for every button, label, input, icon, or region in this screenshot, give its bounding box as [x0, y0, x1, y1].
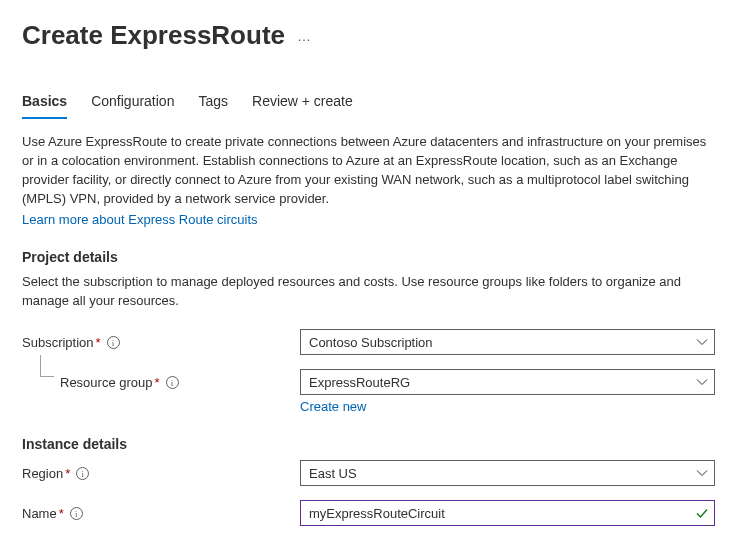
tab-basics[interactable]: Basics — [22, 87, 67, 119]
indent-connector — [40, 355, 54, 377]
required-star: * — [96, 335, 101, 350]
more-actions-button[interactable]: … — [297, 28, 312, 44]
name-label: Name — [22, 506, 57, 521]
tab-tags[interactable]: Tags — [198, 87, 228, 119]
page-title: Create ExpressRoute — [22, 20, 285, 51]
subscription-label: Subscription — [22, 335, 94, 350]
project-details-section: Project details Select the subscription … — [22, 249, 715, 414]
region-value: East US — [309, 466, 357, 481]
resource-group-select[interactable]: ExpressRouteRG — [300, 369, 715, 395]
learn-more-link[interactable]: Learn more about Express Route circuits — [22, 212, 258, 227]
resource-group-label: Resource group — [60, 375, 153, 390]
subscription-row: Subscription * i Contoso Subscription — [22, 329, 715, 355]
name-row: Name * i — [22, 500, 715, 526]
chevron-down-icon — [696, 376, 708, 388]
subscription-value: Contoso Subscription — [309, 335, 433, 350]
resource-group-row: Resource group * i ExpressRouteRG Create… — [22, 369, 715, 414]
region-row: Region * i East US — [22, 460, 715, 486]
required-star: * — [155, 375, 160, 390]
tab-configuration[interactable]: Configuration — [91, 87, 174, 119]
project-details-title: Project details — [22, 249, 715, 265]
info-icon[interactable]: i — [166, 376, 179, 389]
required-star: * — [59, 506, 64, 521]
region-label: Region — [22, 466, 63, 481]
required-star: * — [65, 466, 70, 481]
subscription-select[interactable]: Contoso Subscription — [300, 329, 715, 355]
info-icon[interactable]: i — [107, 336, 120, 349]
page-description: Use Azure ExpressRoute to create private… — [22, 133, 715, 208]
check-icon — [695, 506, 709, 520]
instance-details-section: Instance details Region * i East US Name… — [22, 436, 715, 526]
create-new-link[interactable]: Create new — [300, 399, 366, 414]
info-icon[interactable]: i — [76, 467, 89, 480]
resource-group-value: ExpressRouteRG — [309, 375, 410, 390]
name-input[interactable] — [300, 500, 715, 526]
chevron-down-icon — [696, 467, 708, 479]
instance-details-title: Instance details — [22, 436, 715, 452]
info-icon[interactable]: i — [70, 507, 83, 520]
region-select[interactable]: East US — [300, 460, 715, 486]
tab-bar: Basics Configuration Tags Review + creat… — [22, 87, 715, 119]
chevron-down-icon — [696, 336, 708, 348]
project-details-desc: Select the subscription to manage deploy… — [22, 273, 715, 311]
tab-review-create[interactable]: Review + create — [252, 87, 353, 119]
